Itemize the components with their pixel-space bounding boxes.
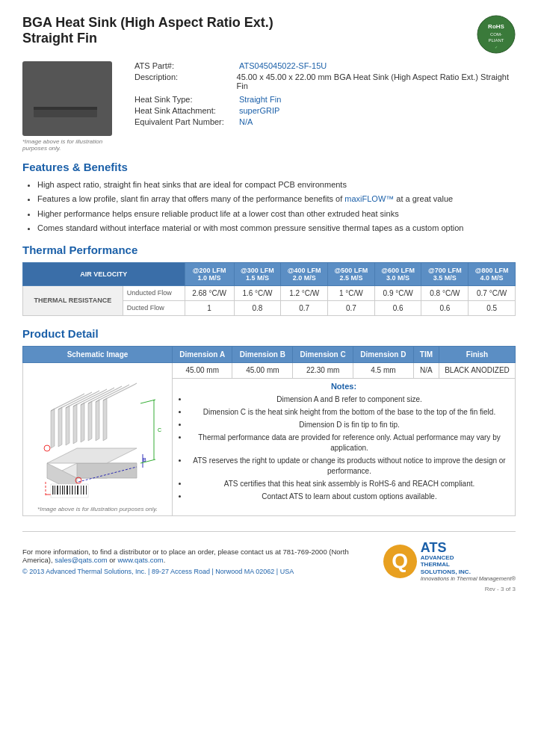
- ducted-300: 0.8: [234, 300, 281, 315]
- svg-rect-13: [67, 71, 69, 110]
- svg-rect-15: [76, 72, 78, 110]
- svg-rect-61: [69, 486, 70, 495]
- notes-title: Notes:: [177, 382, 510, 391]
- unducted-800: 0.7 °C/W: [469, 285, 516, 300]
- ats-logo: Q ATS ADVANCEDTHERMALSOLUTIONS, INC. Inn…: [383, 541, 516, 583]
- svg-rect-10: [54, 72, 56, 110]
- svg-text:RoHS: RoHS: [488, 23, 504, 30]
- footer-website[interactable]: www.qats.com: [117, 556, 163, 564]
- svg-rect-11: [58, 71, 61, 110]
- features-section: Features & Benefits High aspect ratio, s…: [22, 161, 516, 235]
- heat-sink-attachment-value: superGRIP: [239, 106, 279, 115]
- footer-email[interactable]: sales@qats.com: [55, 556, 107, 564]
- ats-tagline: Innovations in Thermal Management®: [421, 575, 516, 582]
- ducted-600: 0.6: [374, 300, 421, 315]
- page-number: Rev - 3 of 3: [22, 586, 516, 592]
- svg-rect-66: [83, 486, 84, 495]
- thermal-resistance-label: THERMAL RESISTANCE: [23, 285, 123, 315]
- thermal-section: Thermal Performance AIR VELOCITY @200 LF…: [22, 244, 516, 316]
- dim-a-value: 45.00 mm: [173, 362, 232, 378]
- svg-rect-55: [55, 486, 55, 495]
- list-item: Comes standard without interface materia…: [37, 223, 516, 234]
- svg-text:✓: ✓: [495, 45, 498, 49]
- product-title-line2: Straight Fin: [22, 31, 273, 46]
- svg-rect-64: [77, 486, 78, 495]
- svg-rect-18: [90, 77, 92, 110]
- svg-rect-58: [62, 486, 64, 495]
- ducted-200: 1: [185, 300, 234, 315]
- air-velocity-header: AIR VELOCITY: [23, 262, 185, 285]
- unducted-600: 0.9 °C/W: [374, 285, 421, 300]
- page-header: BGA Heat Sink (High Aspect Ratio Ext.) S…: [22, 15, 516, 54]
- footer-section: For more information, to find a distribu…: [22, 531, 516, 583]
- col-800lfm: @800 LFM4.0 M/S: [469, 262, 516, 285]
- list-item: Dimension A and B refer to component siz…: [188, 394, 510, 405]
- svg-marker-26: [58, 407, 62, 447]
- rohs-badge: RoHS COM- PLIANT ✓: [477, 15, 516, 54]
- ducted-500: 0.7: [328, 300, 375, 315]
- list-item: Higher performance helps ensure reliable…: [37, 208, 516, 220]
- col-500lfm: @500 LFM2.5 M/S: [328, 262, 375, 285]
- ats-name: ATS: [421, 541, 516, 554]
- svg-rect-12: [63, 71, 65, 110]
- product-image-box: [22, 61, 112, 136]
- thermal-title: Thermal Performance: [22, 244, 516, 256]
- col-700lfm: @700 LFM3.5 M/S: [421, 262, 469, 285]
- svg-rect-54: [52, 486, 54, 495]
- svg-text:C: C: [158, 427, 161, 433]
- heat-sink-attachment-label: Heat Sink Attachment:: [134, 106, 239, 115]
- product-title-block: BGA Heat Sink (High Aspect Ratio Ext.) S…: [22, 15, 273, 46]
- ats-q-logo: Q: [383, 545, 417, 578]
- svg-rect-16: [81, 74, 83, 110]
- svg-rect-7: [40, 77, 43, 110]
- svg-text:PLIANT: PLIANT: [488, 38, 504, 43]
- thermal-table: AIR VELOCITY @200 LFM1.0 M/S @300 LFM1.5…: [22, 262, 516, 316]
- svg-marker-24: [51, 409, 55, 448]
- description-value: 45.00 x 45.00 x 22.00 mm BGA Heat Sink (…: [237, 72, 516, 90]
- svg-marker-36: [96, 400, 99, 441]
- dim-c-value: 22.30 mm: [293, 362, 353, 378]
- col-300lfm: @300 LFM1.5 M/S: [234, 262, 281, 285]
- heat-sink-type-label: Heat Sink Type:: [134, 95, 239, 104]
- notes-cell: Notes: Dimension A and B refer to compon…: [173, 378, 516, 515]
- svg-rect-17: [85, 75, 87, 110]
- ats-logo-text-block: ATS ADVANCEDTHERMALSOLUTIONS, INC. Innov…: [421, 541, 516, 583]
- unducted-500: 1 °C/W: [328, 285, 375, 300]
- svg-rect-59: [64, 486, 65, 495]
- svg-rect-62: [72, 486, 73, 495]
- list-item: ATS certifies that this heat sink assemb…: [188, 479, 510, 489]
- svg-rect-14: [72, 71, 74, 110]
- ducted-700: 0.6: [421, 300, 469, 315]
- unducted-200: 2.68 °C/W: [185, 285, 234, 300]
- col-200lfm: @200 LFM1.0 M/S: [185, 262, 234, 285]
- svg-marker-32: [81, 403, 84, 442]
- product-detail-section: Product Detail Schematic Image Dimension…: [22, 327, 516, 516]
- product-image-note: *Image above is for illustration purpose…: [22, 138, 120, 152]
- svg-point-51: [44, 445, 50, 451]
- part-number: ATS045045022-SF-15U: [239, 61, 327, 70]
- schematic-note: *Image above is for illustration purpose…: [28, 506, 167, 512]
- list-item: Dimension D is fin tip to fin tip.: [188, 420, 510, 430]
- ducted-400: 0.7: [281, 300, 328, 315]
- equivalent-part-value: N/A: [239, 117, 253, 126]
- svg-text:COM-: COM-: [490, 32, 502, 37]
- schematic-header: Schematic Image: [23, 346, 173, 362]
- product-info-section: *Image above is for illustration purpose…: [22, 61, 516, 152]
- unducted-flow-label: Unducted Flow: [123, 285, 185, 300]
- equivalent-part-label: Equivalent Part Number:: [134, 117, 239, 126]
- svg-rect-63: [75, 486, 75, 495]
- svg-marker-30: [73, 404, 77, 444]
- product-detail-title: Product Detail: [22, 327, 516, 340]
- svg-marker-22: [77, 463, 137, 478]
- footer-contact: For more information, to find a distribu…: [22, 548, 368, 575]
- svg-rect-9: [49, 74, 52, 110]
- svg-marker-28: [66, 406, 69, 445]
- ducted-flow-label: Ducted Flow: [123, 300, 185, 315]
- list-item: Contact ATS to learn about custom option…: [188, 492, 510, 502]
- unducted-300: 1.6 °C/W: [234, 285, 281, 300]
- unducted-400: 1.2 °C/W: [281, 285, 328, 300]
- list-item: Features a low profile, slant fin array …: [37, 193, 516, 205]
- svg-rect-19: [34, 107, 97, 110]
- footer-or: or: [109, 556, 115, 564]
- list-item: Thermal performance data are provided fo…: [188, 433, 510, 453]
